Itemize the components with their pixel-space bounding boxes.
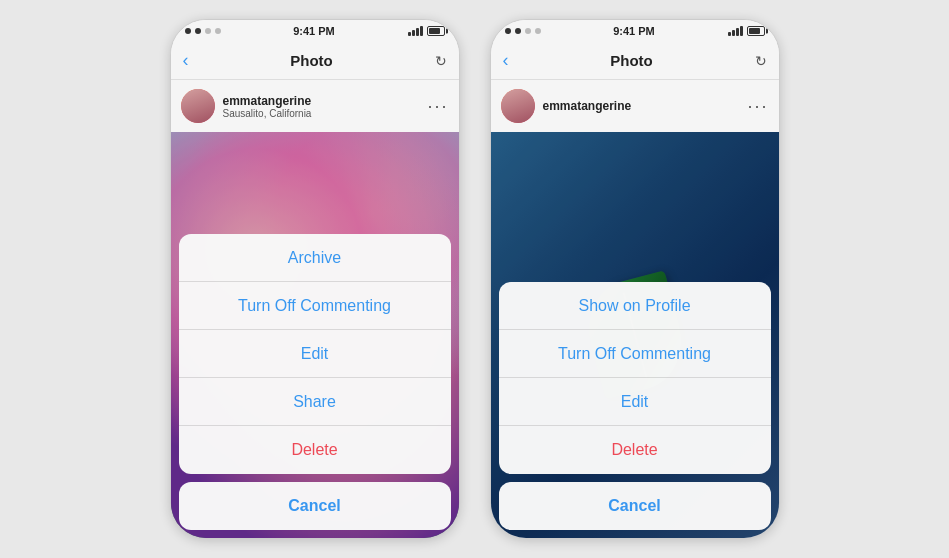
dot-1	[185, 28, 191, 34]
action-sheet-1: Archive Turn Off Commenting Edit Share D…	[179, 234, 451, 530]
battery-icon-1	[427, 26, 445, 36]
phone-2: 9:41 PM ‹ Photo ↻ emmatangerine ···	[490, 19, 780, 539]
show-on-profile-button[interactable]: Show on Profile	[499, 282, 771, 330]
bar2-1	[728, 32, 731, 36]
bar4	[420, 26, 423, 36]
edit-button-1[interactable]: Edit	[179, 330, 451, 378]
bar2	[412, 30, 415, 36]
bar2-3	[736, 28, 739, 36]
signal-bars-1	[408, 26, 423, 36]
status-bar-1: 9:41 PM	[171, 20, 459, 42]
dot-2-3	[525, 28, 531, 34]
refresh-icon-2[interactable]: ↻	[755, 53, 767, 69]
bar3	[416, 28, 419, 36]
signal-bars-2	[728, 26, 743, 36]
archive-button[interactable]: Archive	[179, 234, 451, 282]
user-row-1: emmatangerine Sausalito, California ···	[171, 80, 459, 132]
back-button-2[interactable]: ‹	[503, 50, 509, 71]
battery-icon-2	[747, 26, 765, 36]
cancel-button-1[interactable]: Cancel	[179, 482, 451, 530]
action-menu-1: Archive Turn Off Commenting Edit Share D…	[179, 234, 451, 474]
status-time-1: 9:41 PM	[221, 25, 408, 37]
photo-area-1: Archive Turn Off Commenting Edit Share D…	[171, 132, 459, 538]
bar1	[408, 32, 411, 36]
location-1: Sausalito, California	[223, 108, 420, 119]
back-button-1[interactable]: ‹	[183, 50, 189, 71]
delete-button-1[interactable]: Delete	[179, 426, 451, 474]
status-right-1	[408, 26, 445, 36]
cancel-button-2[interactable]: Cancel	[499, 482, 771, 530]
battery-fill-2	[749, 28, 760, 34]
signal-dots	[185, 28, 221, 34]
turn-off-commenting-button-1[interactable]: Turn Off Commenting	[179, 282, 451, 330]
user-row-2: emmatangerine ···	[491, 80, 779, 132]
avatar-inner-1	[181, 89, 215, 123]
share-button-1[interactable]: Share	[179, 378, 451, 426]
photo-area-2: Show on Profile Turn Off Commenting Edit…	[491, 132, 779, 538]
action-menu-2: Show on Profile Turn Off Commenting Edit…	[499, 282, 771, 474]
dot-2-1	[505, 28, 511, 34]
nav-title-1: Photo	[290, 52, 333, 69]
nav-bar-2: ‹ Photo ↻	[491, 42, 779, 80]
more-button-1[interactable]: ···	[427, 97, 448, 115]
dot-3	[205, 28, 211, 34]
turn-off-commenting-button-2[interactable]: Turn Off Commenting	[499, 330, 771, 378]
username-2: emmatangerine	[543, 99, 740, 113]
avatar-2	[501, 89, 535, 123]
action-sheet-2: Show on Profile Turn Off Commenting Edit…	[499, 282, 771, 530]
signal-dots-2	[505, 28, 541, 34]
username-1: emmatangerine	[223, 94, 420, 108]
nav-title-2: Photo	[610, 52, 653, 69]
status-bar-2: 9:41 PM	[491, 20, 779, 42]
status-time-2: 9:41 PM	[541, 25, 728, 37]
bar2-2	[732, 30, 735, 36]
phone-1: 9:41 PM ‹ Photo ↻ emmatangerine Sausalit…	[170, 19, 460, 539]
bar2-4	[740, 26, 743, 36]
more-button-2[interactable]: ···	[747, 97, 768, 115]
avatar-1	[181, 89, 215, 123]
delete-button-2[interactable]: Delete	[499, 426, 771, 474]
user-info-1: emmatangerine Sausalito, California	[223, 94, 420, 119]
refresh-icon-1[interactable]: ↻	[435, 53, 447, 69]
battery-fill-1	[429, 28, 440, 34]
status-right-2	[728, 26, 765, 36]
user-info-2: emmatangerine	[543, 99, 740, 113]
avatar-inner-2	[501, 89, 535, 123]
edit-button-2[interactable]: Edit	[499, 378, 771, 426]
dot-2-2	[515, 28, 521, 34]
dot-2	[195, 28, 201, 34]
nav-bar-1: ‹ Photo ↻	[171, 42, 459, 80]
